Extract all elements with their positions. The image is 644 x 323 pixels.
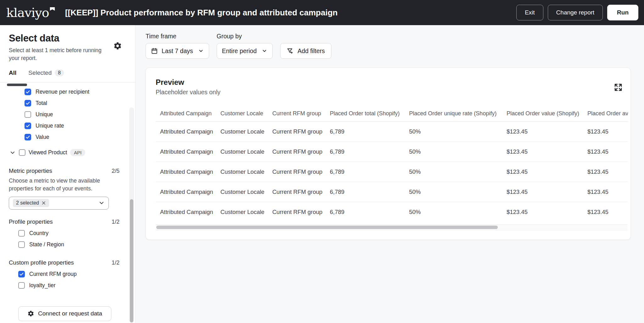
group-by-dropdown[interactable]: Entire period: [217, 43, 273, 59]
metric-item-revenue-per-recipient[interactable]: Revenue per recipient: [9, 86, 126, 98]
profile-properties-header: Profile properties 1/2: [9, 218, 119, 225]
metric-item-value[interactable]: Value: [9, 132, 126, 143]
exit-button[interactable]: Exit: [516, 5, 543, 20]
column-header: Current RFM group: [268, 107, 325, 122]
column-header: Placed Order av: [583, 107, 628, 122]
sidebar-scrollbar-track[interactable]: [129, 107, 134, 323]
property-item-state-region[interactable]: State / Region: [9, 239, 126, 250]
selected-chip: 2 selected: [13, 199, 49, 207]
metric-item-unique-rate[interactable]: Unique rate: [9, 120, 126, 132]
property-item-label: Country: [29, 230, 48, 237]
table-cell: 50%: [405, 162, 502, 182]
table-cell: Attributed Campaign: [156, 202, 216, 222]
checkbox[interactable]: [25, 100, 31, 107]
chevron-down-icon: [98, 200, 105, 206]
checkbox[interactable]: [25, 134, 31, 140]
table-cell: $123.45: [583, 202, 628, 222]
time-frame-dropdown[interactable]: Last 7 days: [146, 43, 209, 59]
table-row: Attributed Campaign Customer Locale Curr…: [156, 142, 628, 162]
table-header-row: Attributed Campaign Customer Locale Curr…: [156, 107, 628, 122]
group-by-value: Entire period: [222, 47, 257, 55]
section-title: Profile properties: [9, 218, 53, 225]
property-item-country[interactable]: Country: [9, 228, 126, 239]
table-cell: Current RFM group: [268, 182, 325, 202]
table-cell: 6,789: [325, 182, 405, 202]
checkbox[interactable]: [18, 282, 25, 289]
checkmark-icon: [25, 123, 31, 129]
table-cell: $123.45: [583, 122, 628, 142]
checkbox[interactable]: [18, 241, 25, 248]
column-header: Attributed Campaign: [156, 107, 216, 122]
checkbox[interactable]: [18, 230, 25, 237]
preview-title: Preview: [156, 78, 627, 87]
section-title: Custom profile properties: [9, 259, 74, 266]
metric-properties-description: Choose a metric to view the available pr…: [9, 177, 108, 193]
tab-all[interactable]: All: [9, 69, 16, 76]
table-cell: Current RFM group: [268, 142, 325, 162]
table-cell: $123.45: [502, 162, 583, 182]
metric-viewed-product-row: Viewed Product API: [9, 147, 126, 159]
section-count: 1/2: [112, 219, 119, 225]
active-tab-underline: [7, 84, 27, 86]
group-by-group: Group by Entire period: [217, 33, 273, 59]
table-cell: $123.45: [583, 142, 628, 162]
table-cell: 50%: [405, 142, 502, 162]
add-filters-button[interactable]: Add filters: [280, 43, 331, 59]
table-cell: 6,789: [325, 202, 405, 222]
checkbox[interactable]: [18, 271, 25, 277]
metric-properties-select[interactable]: 2 selected: [9, 197, 109, 210]
expand-preview-button[interactable]: [613, 82, 624, 93]
time-frame-group: Time frame Last 7 days: [146, 33, 209, 59]
checkmark-icon: [19, 271, 24, 277]
time-frame-value: Last 7 days: [162, 47, 193, 55]
custom-profile-properties-header: Custom profile properties 1/2: [9, 259, 119, 266]
main-content: Time frame Last 7 days Group by Entire p…: [136, 25, 644, 323]
metric-item-label: Total: [36, 100, 47, 107]
table-cell: Customer Locale: [216, 182, 268, 202]
chevron-down-icon: [262, 48, 267, 54]
property-item-current-rfm-group[interactable]: Current RFM group: [9, 269, 126, 280]
checkbox[interactable]: [19, 149, 25, 156]
preview-table: Attributed Campaign Customer Locale Curr…: [156, 107, 628, 222]
property-item-label: Current RFM group: [29, 271, 77, 277]
checkbox[interactable]: [25, 123, 31, 129]
connect-or-request-data-button[interactable]: Connect or request data: [18, 306, 111, 321]
change-report-button[interactable]: Change report: [548, 5, 603, 20]
column-header: Placed Order total (Shopify): [325, 107, 405, 122]
metric-item-label: Unique: [36, 111, 53, 118]
klaviyo-wordmark: klaviyo: [6, 6, 49, 19]
column-header: Customer Locale: [216, 107, 268, 122]
gear-icon[interactable]: [113, 41, 122, 50]
checkbox[interactable]: [25, 89, 31, 95]
table-cell: Customer Locale: [216, 122, 268, 142]
column-header: Placed Order value (Shopify): [502, 107, 583, 122]
chevron-down-icon[interactable]: [9, 150, 16, 156]
table-cell: 50%: [405, 182, 502, 202]
report-title: [[KEEP]] Product performance by RFM grou…: [65, 8, 338, 18]
table-cell: Attributed Campaign: [156, 142, 216, 162]
tab-selected[interactable]: Selected 8: [28, 69, 64, 76]
table-cell: Customer Locale: [216, 142, 268, 162]
close-icon[interactable]: [42, 201, 46, 205]
checkbox[interactable]: [25, 111, 31, 118]
run-button[interactable]: Run: [607, 5, 638, 20]
metric-item-unique[interactable]: Unique: [9, 109, 126, 120]
checkmark-icon: [25, 134, 31, 140]
expand-icon: [614, 83, 623, 92]
metric-item-total[interactable]: Total: [9, 98, 126, 109]
klaviyo-logo: klaviyo: [6, 6, 55, 19]
preview-card: Preview Placeholder values only Attribut…: [146, 68, 631, 240]
table-cell: Customer Locale: [216, 162, 268, 182]
table-cell: Attributed Campaign: [156, 182, 216, 202]
table-cell: $123.45: [502, 202, 583, 222]
preview-subtitle: Placeholder values only: [156, 89, 627, 96]
table-horizontal-scrollbar-thumb[interactable]: [156, 226, 498, 229]
preview-table-wrapper: Attributed Campaign Customer Locale Curr…: [156, 107, 628, 222]
property-item-loyalty-tier[interactable]: loyalty_tier: [9, 280, 126, 291]
sidebar-scrollbar-thumb[interactable]: [130, 199, 133, 322]
gear-icon: [27, 310, 34, 317]
metric-item-label: Unique rate: [36, 123, 64, 129]
table-horizontal-scrollbar[interactable]: [156, 224, 627, 230]
table-row: Attributed Campaign Customer Locale Curr…: [156, 122, 628, 142]
sidebar-heading: Select data: [9, 33, 126, 44]
